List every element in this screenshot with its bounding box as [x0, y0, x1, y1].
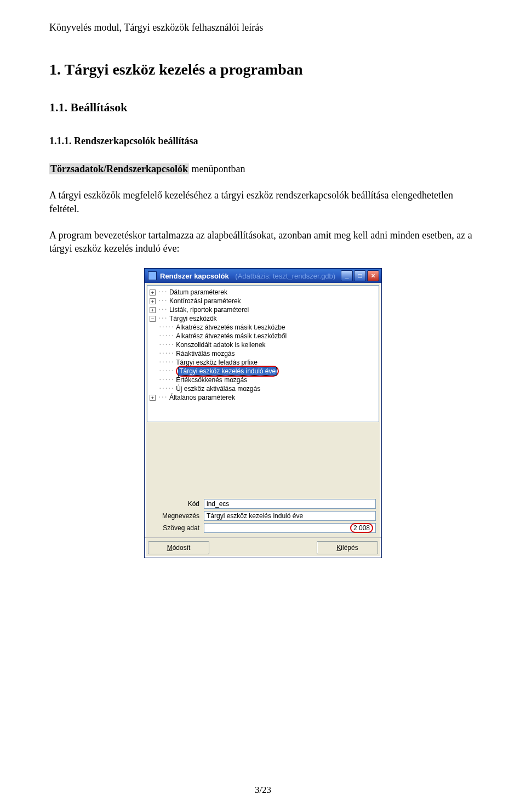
- expand-icon[interactable]: +: [150, 298, 156, 304]
- tree-node-altalanos-parameterek[interactable]: + ··· Általános paraméterek: [148, 393, 378, 402]
- collapse-icon[interactable]: −: [150, 316, 156, 322]
- tree-label: Konszolidált adatok is kellenek: [176, 340, 265, 349]
- tree-node-child[interactable]: ····· Új eszköz aktiválása mozgás: [148, 384, 378, 393]
- paragraph-2: A tárgyi eszközök megfelelő kezeléséhez …: [49, 189, 477, 215]
- input-kod[interactable]: ind_ecs: [204, 499, 376, 509]
- tree-label: Értékcsökkenés mozgás: [176, 376, 247, 384]
- window-rendszer-kapcsolok: Rendszer kapcsolók (Adatbázis: teszt_ren…: [144, 268, 382, 558]
- form-row-megnevezes: Megnevezés Tárgyi eszköz kezelés induló …: [150, 511, 376, 521]
- window-titlebar[interactable]: Rendszer kapcsolók (Adatbázis: teszt_ren…: [145, 269, 381, 283]
- heading-1: 1. Tárgyi eszköz kezelés a programban: [49, 61, 477, 78]
- tree-label: Tárgyi eszközök: [169, 314, 217, 323]
- heading-1-1-1: 1.1.1. Rendszerkapcsolók beállítása: [49, 135, 477, 147]
- szoveg-value: 2 008: [353, 524, 370, 532]
- tree-node-child[interactable]: ····· Konszolidált adatok is kellenek: [148, 340, 378, 349]
- button-bar: Módosít Kilépés: [145, 537, 381, 558]
- tree-label: Új eszköz aktiválása mozgás: [176, 384, 260, 393]
- screenshot-container: Rendszer kapcsolók (Adatbázis: teszt_ren…: [49, 268, 477, 558]
- tree-label: Listák, riportok paraméterei: [169, 305, 249, 314]
- input-szoveg-adat[interactable]: 2 008: [204, 523, 376, 533]
- label-megnevezes: Megnevezés: [150, 512, 204, 520]
- maximize-button[interactable]: □: [354, 270, 366, 281]
- tree-label: Dátum paraméterek: [169, 288, 227, 297]
- menu-path-highlight: Törzsadatok/Rendszerkapcsolók: [49, 163, 189, 174]
- app-icon: [148, 271, 157, 280]
- window-title-faded: (Adatbázis: teszt_rendszer.gdb): [235, 272, 335, 280]
- expand-icon[interactable]: +: [150, 307, 156, 313]
- input-megnevezes[interactable]: Tárgyi eszköz kezelés induló éve: [204, 511, 376, 521]
- accelerator-underline: M: [167, 544, 173, 552]
- tree-label: Ráaktiválás mozgás: [176, 349, 235, 358]
- heading-1-1: 1.1. Beállítások: [49, 100, 477, 115]
- tree-label: Kontírozási paraméterek: [169, 297, 241, 305]
- form-panel: Kód ind_ecs Megnevezés Tárgyi eszköz kez…: [145, 496, 381, 537]
- text: menüpontban: [189, 163, 245, 174]
- tree-node-child[interactable]: ····· Ráaktiválás mozgás: [148, 349, 378, 358]
- parameter-tree[interactable]: + ··· Dátum paraméterek + ··· Kontírozás…: [147, 285, 379, 422]
- accelerator-underline: K: [336, 544, 341, 552]
- tree-label: Alkatrész átvezetés másik t.eszközbe: [176, 323, 285, 332]
- doc-running-header: Könyvelés modul, Tárgyi eszközök felhasz…: [49, 22, 477, 33]
- window-title: Rendszer kapcsolók (Adatbázis: teszt_ren…: [160, 272, 341, 280]
- tree-node-targyi-eszkozok[interactable]: − ··· Tárgyi eszközök: [148, 314, 378, 323]
- tree-node-child[interactable]: ····· Alkatrész átvezetés másik t.eszköz…: [148, 323, 378, 332]
- form-spacer: [145, 424, 381, 496]
- tree-node-child[interactable]: ····· Alkatrész átvezetés másik t.eszköz…: [148, 332, 378, 340]
- expand-icon[interactable]: +: [150, 289, 156, 296]
- minimize-button[interactable]: _: [341, 270, 353, 281]
- tree-label: Alkatrész átvezetés másik t.eszközből: [176, 332, 287, 340]
- tree-node-child[interactable]: ····· Értékcsökkenés mozgás: [148, 376, 378, 384]
- document-page: Könyvelés modul, Tárgyi eszközök felhasz…: [0, 0, 526, 812]
- label-kod: Kód: [150, 500, 204, 508]
- modosit-button[interactable]: Módosít: [148, 541, 209, 554]
- highlight-circle-icon: Tárgyi eszköz kezelés induló éve: [176, 366, 279, 377]
- tree-node-indulo-eve-selected[interactable]: ····· Tárgyi eszköz kezelés induló éve: [148, 367, 378, 376]
- paragraph-menu-path: Törzsadatok/Rendszerkapcsolók menüpontba…: [49, 162, 477, 175]
- page-number: 3/23: [0, 785, 526, 796]
- form-row-szoveg-adat: Szöveg adat 2 008: [150, 523, 376, 533]
- window-controls: _ □ ×: [341, 270, 379, 281]
- window-title-text: Rendszer kapcsolók: [160, 272, 229, 280]
- form-row-kod: Kód ind_ecs: [150, 499, 376, 509]
- highlight-circle-icon: 2 008: [350, 523, 373, 533]
- paragraph-3: A program bevezetéskor tartalmazza az al…: [49, 229, 477, 255]
- tree-node-listak-riportok[interactable]: + ··· Listák, riportok paraméterei: [148, 305, 378, 314]
- tree-node-datum-parameterek[interactable]: + ··· Dátum paraméterek: [148, 288, 378, 297]
- label-szoveg-adat: Szöveg adat: [150, 524, 204, 532]
- tree-label-selected: Tárgyi eszköz kezelés induló éve: [178, 367, 277, 376]
- tree-label: Általános paraméterek: [169, 393, 235, 402]
- tree-node-kontirozasi-parameterek[interactable]: + ··· Kontírozási paraméterek: [148, 297, 378, 305]
- close-button[interactable]: ×: [367, 270, 379, 281]
- kilepes-button[interactable]: Kilépés: [317, 541, 378, 554]
- expand-icon[interactable]: +: [150, 395, 156, 401]
